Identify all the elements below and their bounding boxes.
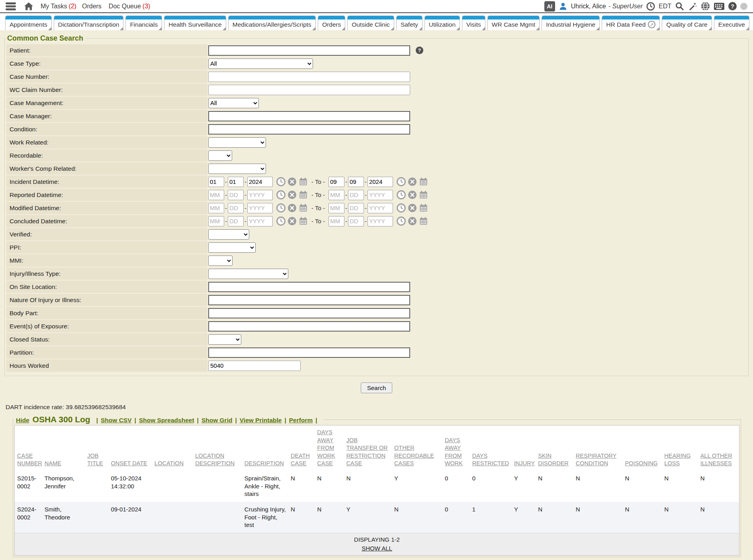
- help-icon[interactable]: ?: [728, 2, 737, 10]
- sort-link[interactable]: DAYS AWAY FROM WORK: [445, 437, 463, 467]
- clear-icon[interactable]: [408, 217, 417, 226]
- sort-link[interactable]: HEARING LOSS: [664, 453, 690, 467]
- clear-icon[interactable]: [288, 203, 297, 213]
- recordable-select[interactable]: [208, 150, 232, 161]
- sort-link[interactable]: POISONING: [625, 460, 657, 466]
- field-help-icon[interactable]: ?: [416, 47, 423, 54]
- partition-input[interactable]: [208, 347, 410, 358]
- tab-executive[interactable]: Executive: [714, 16, 749, 30]
- sort-link[interactable]: ALL OTHER ILLNESSES: [700, 453, 732, 467]
- month-input-to-modified-datetime[interactable]: [329, 203, 344, 213]
- year-input-to-modified-datetime[interactable]: [368, 203, 393, 213]
- tab-appointments[interactable]: Appointments: [5, 16, 52, 30]
- month-input-from-incident-datetime[interactable]: [208, 177, 224, 187]
- mmi-select[interactable]: [208, 256, 233, 266]
- keyboard-icon[interactable]: [714, 2, 725, 10]
- wand-icon[interactable]: [688, 2, 697, 11]
- search-icon[interactable]: [675, 2, 684, 11]
- year-input-to-reported-datetime[interactable]: [368, 190, 393, 200]
- month-input-to-incident-datetime[interactable]: [329, 177, 344, 187]
- day-input-to-concluded-datetime[interactable]: [348, 216, 364, 226]
- tab-safety[interactable]: Safety: [396, 16, 422, 30]
- hours-worked-input[interactable]: [208, 361, 301, 371]
- case-management-select[interactable]: All: [208, 98, 259, 108]
- sort-link[interactable]: SKIN DISORDER: [538, 453, 569, 467]
- sort-link[interactable]: JOB TRANSFER OR RESTRICTION CASE: [346, 437, 388, 467]
- clock-icon[interactable]: [397, 217, 406, 226]
- clock-icon[interactable]: [397, 177, 406, 186]
- sort-link[interactable]: CASE NUMBER: [17, 453, 42, 467]
- calendar-icon[interactable]: [299, 177, 308, 186]
- sort-link[interactable]: OTHER RECORDABLE CASES: [394, 445, 434, 466]
- work-related-select[interactable]: [208, 137, 266, 148]
- sort-link[interactable]: DAYS RESTRICTED: [472, 453, 509, 467]
- clock-icon[interactable]: [276, 177, 286, 186]
- worker-s-comp-related-select[interactable]: [208, 164, 266, 174]
- closed-status-select[interactable]: [208, 334, 241, 345]
- tab-hr-data-feed[interactable]: HR Data Feed↗: [602, 16, 660, 30]
- ppi-select[interactable]: [208, 242, 256, 253]
- calendar-icon[interactable]: [299, 190, 308, 199]
- hamburger-menu-icon[interactable]: [6, 2, 16, 11]
- sort-link[interactable]: DESCRIPTION: [244, 460, 284, 466]
- day-input-from-incident-datetime[interactable]: [228, 177, 244, 187]
- tab-quality-of-care[interactable]: Quality of Care: [662, 16, 712, 30]
- ai-badge[interactable]: AI: [544, 1, 555, 12]
- home-icon[interactable]: [24, 2, 33, 11]
- tab-medications-allergies-scripts[interactable]: Medications/Allergies/Scripts: [228, 16, 316, 30]
- year-input-from-modified-datetime[interactable]: [247, 203, 273, 213]
- calendar-icon[interactable]: [419, 203, 428, 213]
- tab-health-surveillance[interactable]: Health Surveillance: [164, 16, 226, 30]
- clear-icon[interactable]: [408, 177, 417, 186]
- nature-of-injury-or-illness-input[interactable]: [208, 295, 410, 305]
- tab-visits[interactable]: Visits: [462, 16, 485, 30]
- clock-icon[interactable]: [646, 2, 655, 11]
- clear-icon[interactable]: [408, 203, 417, 213]
- clear-icon[interactable]: [408, 190, 417, 199]
- tab-orders[interactable]: Orders: [318, 16, 345, 30]
- year-input-from-incident-datetime[interactable]: [247, 177, 273, 187]
- on-site-location-input[interactable]: [208, 282, 410, 292]
- month-input-from-modified-datetime[interactable]: [208, 203, 224, 213]
- year-input-to-concluded-datetime[interactable]: [368, 216, 393, 226]
- hide-link[interactable]: Hide: [16, 417, 29, 424]
- tab-industrial-hygiene[interactable]: Industrial Hygiene: [542, 16, 600, 30]
- clock-icon[interactable]: [276, 217, 286, 226]
- day-input-to-reported-datetime[interactable]: [348, 190, 364, 200]
- calendar-icon[interactable]: [299, 203, 308, 213]
- clear-icon[interactable]: [288, 217, 297, 226]
- clock-icon[interactable]: [397, 203, 406, 213]
- sort-link[interactable]: INJURY: [514, 460, 535, 466]
- day-input-to-incident-datetime[interactable]: [348, 177, 364, 187]
- sort-link[interactable]: DAYS AWAY FROM WORK CASE: [317, 429, 335, 466]
- month-input-from-reported-datetime[interactable]: [208, 190, 224, 200]
- tab-outside-clinic[interactable]: Outside Clinic: [347, 16, 394, 30]
- month-input-from-concluded-datetime[interactable]: [208, 216, 224, 226]
- clock-icon[interactable]: [397, 190, 406, 199]
- user-menu[interactable]: Uhrick, Alice- SuperUser: [571, 3, 643, 10]
- link-show-spreadsheet[interactable]: Show Spreadsheet: [139, 417, 194, 423]
- day-input-from-modified-datetime[interactable]: [228, 203, 244, 213]
- wc-claim-number-input[interactable]: [208, 85, 410, 95]
- sort-link[interactable]: JOB TITLE: [87, 453, 103, 467]
- link-show-grid[interactable]: Show Grid: [201, 417, 233, 423]
- clear-icon[interactable]: [288, 190, 297, 199]
- condition-input[interactable]: [208, 124, 410, 135]
- link-perform[interactable]: Perform: [289, 417, 313, 423]
- year-input-from-reported-datetime[interactable]: [247, 190, 273, 200]
- injury-illness-type-select[interactable]: [208, 269, 288, 279]
- day-input-from-reported-datetime[interactable]: [228, 190, 244, 200]
- body-part-input[interactable]: [208, 308, 410, 318]
- event-s-of-exposure-input[interactable]: [208, 321, 410, 332]
- sort-link[interactable]: LOCATION: [155, 460, 184, 466]
- tab-financials[interactable]: Financials: [125, 16, 162, 30]
- tab-dictation-transcription[interactable]: Dictation/Transcription: [54, 16, 124, 30]
- case-manager-input[interactable]: [208, 111, 410, 121]
- year-input-to-incident-datetime[interactable]: [368, 177, 393, 187]
- month-input-to-concluded-datetime[interactable]: [329, 216, 344, 226]
- tab-wr-case-mgmt[interactable]: WR Case Mgmt: [487, 16, 540, 30]
- nav-orders[interactable]: Orders: [82, 3, 103, 10]
- search-button[interactable]: Search: [361, 382, 393, 393]
- sort-link[interactable]: NAME: [45, 460, 61, 466]
- link-view-printable[interactable]: View Printable: [240, 417, 282, 423]
